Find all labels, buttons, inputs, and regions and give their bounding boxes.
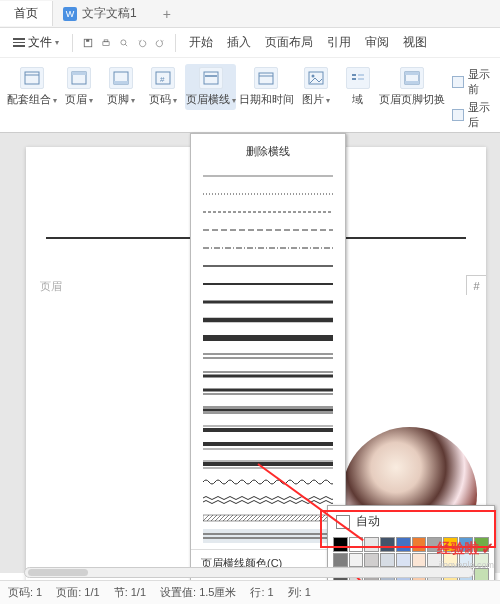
status-section[interactable]: 节: 1/1 <box>114 585 146 600</box>
svg-text:#: # <box>160 75 165 84</box>
svg-rect-1 <box>86 39 89 42</box>
matching-icon <box>23 70 41 86</box>
color-swatch[interactable] <box>349 553 364 568</box>
line-style-thin-solid[interactable] <box>203 169 333 183</box>
status-setting[interactable]: 设置值: 1.5厘米 <box>160 585 236 600</box>
header-icon <box>70 70 88 86</box>
status-row[interactable]: 行: 1 <box>250 585 273 600</box>
calendar-icon <box>257 70 275 86</box>
line-style-solid-1[interactable] <box>203 259 333 273</box>
menu-reference[interactable]: 引用 <box>322 34 356 51</box>
color-swatch[interactable] <box>380 553 395 568</box>
save-icon[interactable] <box>81 36 95 50</box>
svg-rect-2 <box>103 41 109 45</box>
status-page[interactable]: 页码: 1 <box>8 585 42 600</box>
line-style-thin-thick-2[interactable] <box>203 421 333 435</box>
picture-icon <box>307 70 325 86</box>
svg-rect-6 <box>25 72 39 84</box>
ribbon-pagenum[interactable]: #页码 <box>143 64 183 110</box>
ribbon-matching[interactable]: 配套组合 <box>6 64 57 110</box>
horizontal-scrollbar[interactable] <box>24 567 474 578</box>
svg-rect-20 <box>352 74 356 76</box>
line-style-solid-3[interactable] <box>203 295 333 309</box>
undo-icon[interactable] <box>135 36 149 50</box>
separator <box>175 34 176 52</box>
switch-icon <box>403 70 421 86</box>
dropdown-remove-line[interactable]: 删除横线 <box>191 140 345 165</box>
line-style-thick-thin[interactable] <box>203 385 333 399</box>
menu-view[interactable]: 视图 <box>398 34 432 51</box>
svg-point-19 <box>311 75 314 78</box>
line-style-triple[interactable] <box>203 403 333 417</box>
ribbon-switch[interactable]: 页眉页脚切换 <box>380 64 444 110</box>
line-style-thick-thin-2[interactable] <box>203 439 333 453</box>
color-swatch[interactable] <box>333 553 348 568</box>
svg-rect-26 <box>405 81 419 84</box>
svg-rect-11 <box>114 81 128 84</box>
tab-add[interactable]: + <box>147 2 187 26</box>
svg-rect-3 <box>104 39 108 41</box>
page-header-label: 页眉 <box>40 279 62 294</box>
line-style-dashed[interactable] <box>203 223 333 237</box>
color-swatch[interactable] <box>364 553 379 568</box>
status-col[interactable]: 列: 1 <box>288 585 311 600</box>
line-style-triple-2[interactable] <box>203 457 333 471</box>
ribbon-footer[interactable]: 页脚 <box>101 64 141 110</box>
footer-icon <box>112 70 130 86</box>
line-style-gradient[interactable] <box>203 529 333 543</box>
status-bar: 页码: 1 页面: 1/1 节: 1/1 设置值: 1.5厘米 行: 1 列: … <box>0 580 500 604</box>
line-style-double-wave[interactable] <box>203 493 333 507</box>
show-next-icon <box>452 109 464 121</box>
svg-rect-9 <box>72 72 86 75</box>
line-style-hatched[interactable] <box>203 511 333 525</box>
line-style-solid-5[interactable] <box>203 331 333 345</box>
color-swatch[interactable] <box>396 553 411 568</box>
svg-rect-16 <box>259 73 273 84</box>
chevron-down-icon: ▾ <box>55 38 59 47</box>
document-area: 页眉 # 删除横线 页眉横线颜色(C) ▸ 自动 <box>0 133 500 573</box>
tab-document[interactable]: W 文字文稿1 <box>53 1 147 26</box>
line-style-thin-thick[interactable] <box>203 367 333 381</box>
svg-rect-25 <box>405 72 419 75</box>
ribbon-field[interactable]: 域 <box>338 64 378 110</box>
preview-icon[interactable] <box>117 36 131 50</box>
svg-rect-23 <box>358 78 364 80</box>
header-line-icon <box>202 70 220 86</box>
line-style-dashed-fine[interactable] <box>203 205 333 219</box>
check-icon: ✓ <box>481 539 494 558</box>
svg-rect-14 <box>204 72 218 84</box>
color-swatch[interactable] <box>412 553 427 568</box>
line-style-solid-4[interactable] <box>203 313 333 327</box>
line-style-dashdot[interactable] <box>203 241 333 255</box>
svg-line-5 <box>125 44 127 46</box>
print-icon[interactable] <box>99 36 113 50</box>
line-style-double[interactable] <box>203 349 333 363</box>
field-icon <box>349 70 367 86</box>
ribbon-datetime[interactable]: 日期和时间 <box>238 64 293 110</box>
file-label: 文件 <box>28 34 52 51</box>
hamburger-icon <box>13 38 25 47</box>
watermark: 经验啦✓ <box>437 539 494 558</box>
tab-home[interactable]: 首页 <box>0 1 53 26</box>
svg-rect-21 <box>358 74 364 76</box>
scrollbar-thumb[interactable] <box>28 569 88 576</box>
ribbon-header[interactable]: 页眉 <box>59 64 99 110</box>
ribbon-show-group: 显示前 显示后 <box>452 64 494 130</box>
line-style-solid-2[interactable] <box>203 277 333 291</box>
page-header-marker[interactable]: # <box>466 275 486 295</box>
menu-insert[interactable]: 插入 <box>222 34 256 51</box>
menu-layout[interactable]: 页面布局 <box>260 34 318 51</box>
line-style-wave[interactable] <box>203 475 333 489</box>
line-style-dotted[interactable] <box>203 187 333 201</box>
menu-review[interactable]: 审阅 <box>360 34 394 51</box>
menu-start[interactable]: 开始 <box>184 34 218 51</box>
redo-icon[interactable] <box>153 36 167 50</box>
ribbon-show-next[interactable]: 显示后 <box>452 100 494 130</box>
svg-point-4 <box>121 39 126 44</box>
status-pages[interactable]: 页面: 1/1 <box>56 585 99 600</box>
tab-document-label: 文字文稿1 <box>82 5 137 22</box>
menu-button[interactable]: 文件 ▾ <box>8 31 64 54</box>
ribbon-show-prev[interactable]: 显示前 <box>452 67 494 97</box>
ribbon-header-line[interactable]: 页眉横线 <box>185 64 236 110</box>
ribbon-picture[interactable]: 图片 <box>296 64 336 110</box>
